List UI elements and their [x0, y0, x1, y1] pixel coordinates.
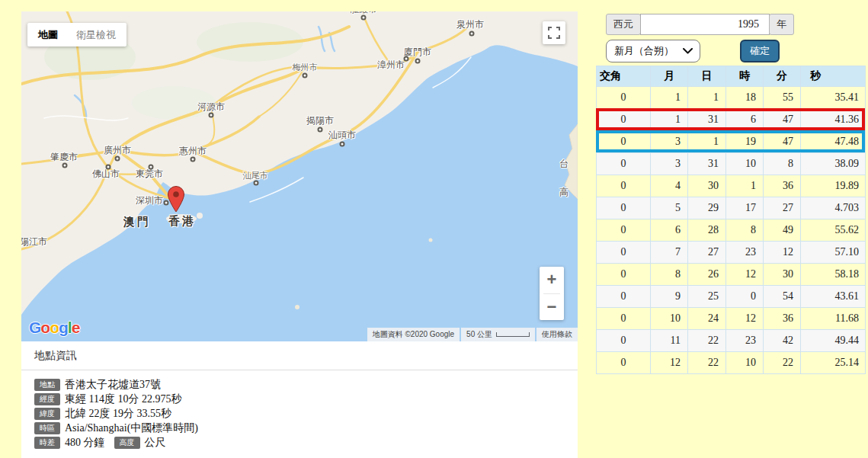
map-attribution: 地圖資料 ©2020 Google 50 公里 使用條款	[366, 328, 578, 341]
column-header: 分	[764, 66, 801, 87]
terms-link[interactable]: 使用條款	[536, 328, 578, 341]
table-cell: 10	[651, 308, 688, 330]
location-row: 時區Asia/Shanghai(中國標準時間)	[34, 421, 578, 435]
table-cell: 11	[651, 330, 688, 352]
location-info-panel: 地點資訊 地點香港太子花墟道37號經度東經 114度 10分 22.975秒緯度…	[21, 341, 578, 458]
field-value: 480 分鐘	[65, 436, 105, 450]
table-cell: 27	[688, 242, 726, 264]
field-badge: 經度	[34, 393, 60, 405]
map-type-control: 地圖 衛星檢視	[27, 23, 127, 46]
table-cell: 55.62	[801, 219, 866, 242]
table-cell: 24	[688, 308, 726, 330]
table-cell: 38.09	[801, 153, 866, 175]
city-label: 陽江市	[21, 235, 47, 248]
table-cell: 0	[597, 153, 651, 175]
logo-letter: e	[72, 319, 80, 336]
table-cell: 27	[764, 197, 801, 219]
map-panel[interactable]: 龍巖市泉州市廈門市漳州市梅州市河源市揭陽市汕頭市肇慶市廣州市惠州市佛山市東莞市汕…	[21, 11, 578, 341]
confirm-button[interactable]: 確定	[740, 40, 780, 62]
zoom-in-button[interactable]: +	[540, 267, 564, 293]
table-cell: 9	[651, 286, 688, 308]
map-type-button[interactable]: 地圖	[38, 28, 58, 42]
table-row[interactable]: 013164741.36	[597, 109, 866, 131]
field-value: 公尺	[145, 436, 166, 450]
table-row[interactable]: 052917274.703	[597, 197, 866, 219]
city-label: 揭陽市	[306, 114, 334, 127]
table-cell: 19	[726, 131, 764, 153]
table-cell: 3	[651, 131, 688, 153]
city-dot-icon	[254, 181, 259, 186]
table-row[interactable]: 011185535.41	[597, 87, 866, 109]
table-cell: 0	[597, 242, 651, 264]
table-cell: 12	[651, 352, 688, 374]
era-label: 西元	[606, 14, 641, 35]
table-cell: 3	[651, 153, 688, 175]
table-cell: 0	[726, 286, 764, 308]
location-row: 時差480 分鐘高度公尺	[34, 435, 578, 450]
table-row[interactable]: 01024123611.68	[597, 308, 866, 330]
table-cell: 19.89	[801, 175, 866, 197]
moon-table-body: 011185535.41013164741.36031194747.480331…	[597, 87, 866, 374]
table-row[interactable]: 092505443.61	[597, 286, 866, 308]
table-cell: 0	[597, 219, 651, 242]
table-cell: 31	[688, 153, 726, 175]
table-row[interactable]: 062884955.62	[597, 219, 866, 242]
moon-table-header-row: 交角月日時分秒	[597, 66, 866, 87]
table-row[interactable]: 0727231257.10	[597, 242, 866, 264]
field-value: 東經 114度 10分 22.975秒	[65, 392, 181, 406]
table-row[interactable]: 01222102225.14	[597, 352, 866, 374]
moon-phase-select[interactable]: 新月（合朔）	[606, 40, 700, 62]
fullscreen-button[interactable]	[543, 21, 565, 44]
table-cell: 47.48	[801, 131, 866, 153]
table-row[interactable]: 043013619.89	[597, 175, 866, 197]
table-cell: 8	[764, 153, 801, 175]
table-cell: 30	[688, 175, 726, 197]
location-info-title: 地點資訊	[21, 341, 578, 363]
city-label: 香港	[168, 214, 196, 229]
table-cell: 4.703	[801, 197, 866, 219]
table-cell: 31	[688, 109, 726, 131]
table-cell: 22	[764, 352, 801, 374]
column-header: 交角	[597, 66, 651, 87]
city-dot-icon	[415, 59, 421, 64]
table-cell: 1	[688, 131, 726, 153]
table-cell: 10	[726, 153, 764, 175]
city-dot-icon	[469, 31, 475, 37]
logo-letter: o	[40, 319, 50, 336]
location-row: 經度東經 114度 10分 22.975秒	[34, 392, 578, 406]
logo-letter: g	[59, 319, 68, 336]
table-row[interactable]: 033110838.09	[597, 153, 866, 175]
city-label: 台	[559, 158, 569, 171]
field-badge: 緯度	[34, 408, 60, 420]
zoom-out-button[interactable]: −	[540, 294, 564, 321]
table-cell: 22	[688, 352, 726, 374]
table-cell: 1	[688, 87, 726, 109]
city-dot-icon	[361, 15, 367, 21]
moon-phase-table: 交角月日時分秒 011185535.41013164741.3603119474…	[596, 66, 866, 374]
table-row[interactable]: 01122234249.44	[597, 330, 866, 352]
table-cell: 25.14	[801, 352, 866, 374]
table-cell: 23	[726, 330, 764, 352]
satellite-view-button[interactable]: 衛星檢視	[76, 28, 116, 42]
chevron-down-icon	[683, 48, 693, 54]
field-value: 香港太子花墟道37號	[65, 378, 161, 392]
city-label: 肇慶市	[50, 151, 78, 164]
google-logo[interactable]: Google	[29, 319, 79, 337]
city-dot-icon	[209, 113, 214, 118]
location-rows: 地點香港太子花墟道37號經度東經 114度 10分 22.975秒緯度北緯 22…	[21, 370, 578, 450]
table-row[interactable]: 0826123058.18	[597, 264, 866, 286]
column-header: 日	[688, 66, 726, 87]
table-cell: 6	[651, 219, 688, 242]
year-input[interactable]	[640, 14, 770, 35]
table-row[interactable]: 031194747.48	[597, 131, 866, 153]
city-dot-icon	[149, 165, 154, 170]
city-label: 惠州市	[179, 145, 207, 158]
table-cell: 0	[597, 197, 651, 219]
city-label: 泉州市	[456, 18, 484, 31]
table-cell: 12	[726, 264, 764, 286]
table-cell: 0	[597, 330, 651, 352]
table-cell: 0	[597, 308, 651, 330]
table-cell: 49	[764, 219, 801, 242]
city-label: 漳州市	[377, 59, 405, 72]
table-cell: 36	[764, 308, 801, 330]
